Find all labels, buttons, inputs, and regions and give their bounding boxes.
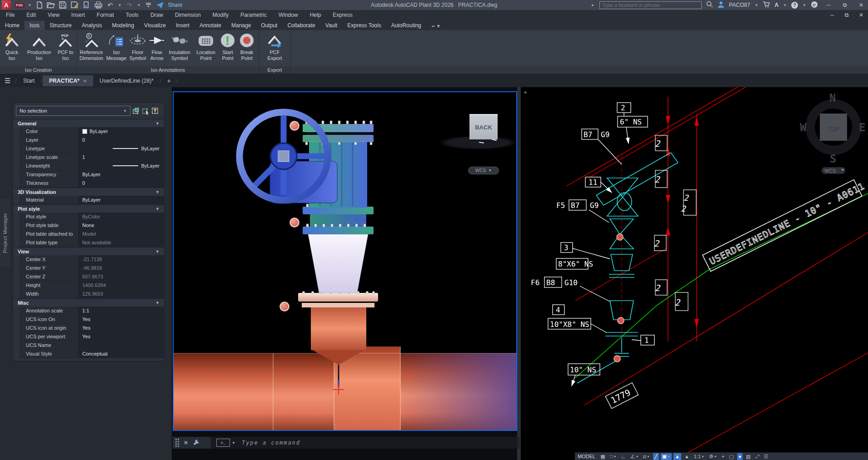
ribbon-tab-structure[interactable]: Structure: [45, 21, 77, 30]
menu-tools[interactable]: Tools: [120, 12, 145, 18]
close-button[interactable]: ✕: [855, 2, 867, 8]
command-prompt-icon[interactable]: >_: [216, 439, 230, 447]
file-tabs-menu-icon[interactable]: ☰: [0, 77, 15, 85]
search-icon[interactable]: [706, 1, 713, 9]
new-tab-button[interactable]: +: [161, 77, 176, 84]
ribbon-tab-home[interactable]: Home: [0, 21, 25, 30]
object-snap-tracking-icon[interactable]: ╱: [653, 453, 659, 460]
close-tab-icon[interactable]: ✕: [83, 79, 87, 84]
menu-file[interactable]: File: [0, 12, 20, 18]
reference-dimension-button[interactable]: A ReferenceDimension: [77, 32, 105, 61]
ortho-icon[interactable]: ∟: [619, 453, 627, 460]
ribbon-tab-analysis[interactable]: Analysis: [77, 21, 107, 30]
iso-message-button[interactable]: IsoMessage: [105, 32, 127, 61]
property-row-annotation-scale[interactable]: Annotation scale1:1: [20, 307, 164, 315]
selection-dropdown[interactable]: No selection▼: [16, 106, 130, 116]
app-menu-button[interactable]: A: [2, 0, 11, 10]
ribbon-tab-visualize[interactable]: Visualize: [139, 21, 171, 30]
plot-icon[interactable]: [94, 1, 102, 9]
customize-icon[interactable]: ☰: [763, 453, 770, 460]
ribbon-tab-collaborate[interactable]: Collaborate: [282, 21, 320, 30]
property-row-layer[interactable]: Layer0: [20, 136, 164, 144]
menu-modify[interactable]: Modify: [207, 12, 234, 18]
section-misc[interactable]: Misc▼: [13, 298, 164, 307]
object-snap-icon[interactable]: ▣▼: [661, 453, 672, 460]
isometric-drafting-icon[interactable]: ⧄▼: [642, 453, 651, 460]
annotation-monitor-icon[interactable]: +: [720, 453, 726, 460]
menu-format[interactable]: Format: [91, 12, 120, 18]
file-tab-start[interactable]: Start: [17, 75, 41, 86]
ribbon-tab-insert[interactable]: Insert: [171, 21, 195, 30]
property-row-plot-style[interactable]: Plot styleByColor: [20, 213, 164, 221]
quick-select-icon[interactable]: [151, 107, 159, 115]
property-row-thickness[interactable]: Thickness0: [20, 179, 164, 188]
start-point-button[interactable]: ! StartPoint: [218, 32, 237, 61]
command-line-bar[interactable]: ✕ >_ ▼ Type a command: [173, 437, 520, 449]
undo-icon[interactable]: ↶: [106, 1, 114, 9]
open-file-icon[interactable]: [47, 1, 55, 9]
menu-view[interactable]: View: [42, 12, 65, 18]
section-plot-style[interactable]: Plot style▼: [13, 204, 164, 213]
app-store-caret-icon[interactable]: ▼: [783, 3, 787, 7]
export-icon[interactable]: [82, 1, 90, 9]
file-tab-practica[interactable]: PRACTICA*✕: [43, 75, 93, 86]
select-objects-icon[interactable]: [142, 107, 150, 115]
property-row-height[interactable]: Height1400.6394: [20, 281, 164, 290]
cart-icon[interactable]: [763, 1, 770, 9]
section-3d-visualization[interactable]: 3D Visualization▼: [13, 188, 164, 196]
feedback-icon[interactable]: [811, 1, 818, 10]
autoscale-icon[interactable]: ▲: [683, 453, 691, 460]
grid-icon[interactable]: ▦: [599, 453, 606, 460]
ribbon-options-icon[interactable]: ▪▪ ▼: [429, 22, 444, 30]
ribbon-tab-express-tools[interactable]: Express Tools: [342, 21, 386, 30]
ribbon-tab-manage[interactable]: Manage: [226, 21, 256, 30]
annotation-scale-button[interactable]: 1:1▼: [693, 453, 706, 460]
section-general[interactable]: General▼: [13, 119, 164, 127]
property-row-plot-table-type[interactable]: Plot table typeNot available: [20, 238, 164, 247]
color-swatch[interactable]: [82, 129, 87, 134]
wcs-dropdown-3d[interactable]: WCS▼: [468, 167, 499, 174]
ribbon-tab-autorouting[interactable]: AutoRouting: [386, 21, 426, 30]
annotation-visibility-icon[interactable]: ▲: [673, 453, 681, 460]
panel-label-iso-annotations[interactable]: Iso Annotations: [77, 66, 259, 74]
isolate-objects-icon[interactable]: ▧: [744, 453, 752, 460]
pcf-to-iso-button[interactable]: PCF PCF toIso: [55, 32, 76, 61]
property-row-center-y[interactable]: Center Y-96.9818: [20, 264, 164, 272]
command-close-icon[interactable]: ✕: [184, 440, 188, 446]
panel-label-iso-creation[interactable]: Iso Creation: [0, 66, 77, 74]
property-row-ucs-per-viewport[interactable]: UCS per viewportYes: [20, 332, 164, 341]
graphics-performance-icon[interactable]: ●: [737, 453, 743, 460]
property-row-ucs-icon-origin[interactable]: UCS icon at originYes: [20, 324, 164, 332]
minimize-button[interactable]: ─: [823, 2, 834, 8]
command-wrench-icon[interactable]: [193, 439, 200, 447]
property-row-linetype[interactable]: LinetypeByLayer: [20, 144, 164, 153]
property-row-linetype-scale[interactable]: Linetype scale1: [20, 153, 164, 162]
drag-handle-icon[interactable]: [175, 439, 179, 447]
viewport-isometric-drawing[interactable]: +: [521, 87, 868, 460]
property-row-transparency[interactable]: TransparencyByLayer: [20, 170, 164, 179]
pcf-export-button[interactable]: PCFExport: [262, 32, 288, 61]
quick-iso-button[interactable]: QuickIso: [0, 32, 24, 61]
autodesk-app-icon[interactable]: A: [774, 2, 778, 8]
production-iso-button[interactable]: ProductionIso: [24, 32, 55, 61]
property-row-width[interactable]: Width126.9653: [20, 290, 164, 298]
menu-parametric[interactable]: Parametric: [234, 12, 273, 18]
section-view[interactable]: View▼: [13, 247, 164, 255]
property-row-ucs-icon-on[interactable]: UCS icon OnYes: [20, 315, 164, 324]
user-caret-icon[interactable]: ▼: [755, 3, 758, 7]
command-input[interactable]: Type a command: [242, 440, 300, 446]
file-tab-userdefinedline[interactable]: UserDefinedLine (28)*: [93, 75, 160, 86]
help-caret-icon[interactable]: ▼: [803, 3, 806, 7]
property-row-center-z[interactable]: Center Z507.6673: [20, 272, 164, 281]
clean-screen-icon[interactable]: ⤢: [754, 453, 761, 460]
property-row-color[interactable]: ColorByLayer: [20, 127, 164, 136]
command-history-caret-icon[interactable]: ▼: [232, 441, 235, 445]
ribbon-tab-vault[interactable]: Vault: [320, 21, 342, 30]
break-point-button[interactable]: BreakPoint: [237, 32, 256, 61]
snap-icon[interactable]: ∷▼: [609, 453, 618, 460]
menu-express[interactable]: Express: [327, 12, 358, 18]
menu-dimension[interactable]: Dimension: [169, 12, 207, 18]
doc-restore-button[interactable]: ⧉: [841, 12, 853, 18]
help-icon[interactable]: ?: [791, 2, 798, 9]
command-line-grip[interactable]: ✕: [173, 437, 211, 449]
